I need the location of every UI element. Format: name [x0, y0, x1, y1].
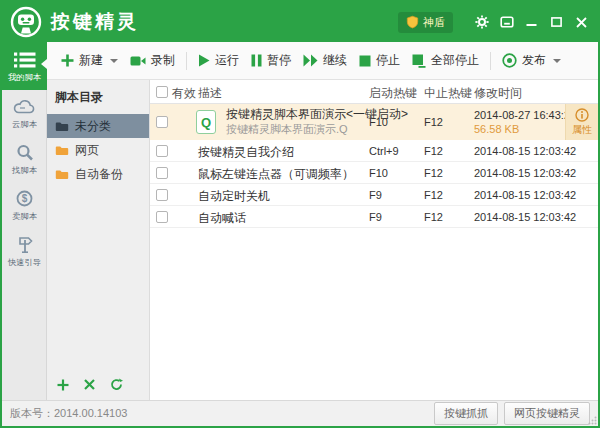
select-all-checkbox[interactable] [156, 86, 168, 98]
info-icon [575, 108, 589, 122]
abort-hotkey: F12 [424, 211, 443, 223]
continue-button-label: 继续 [323, 52, 347, 69]
properties-button[interactable]: 属性 [565, 104, 598, 140]
row-checkbox[interactable] [156, 211, 168, 223]
directory-tools [47, 370, 149, 400]
run-button[interactable]: 运行 [192, 47, 245, 74]
new-button[interactable]: 新建 [55, 47, 124, 74]
table-row[interactable]: 按键精灵自我介绍 Ctrl+9 F12 2014-08-15 12:03:42 [150, 140, 598, 162]
camera-icon [130, 55, 146, 67]
new-button-label: 新建 [79, 52, 103, 69]
table-header: 有效 描述 启动热键 中止热键 修改时间 [150, 80, 598, 104]
start-hotkey: F10 [369, 116, 388, 128]
table-row-selected[interactable]: Q 按键精灵脚本界面演示<一键启动> 按键精灵脚本界面演示.Q F10 F12 … [150, 104, 598, 140]
resize-grip[interactable] [588, 416, 597, 425]
svg-text:$: $ [22, 193, 28, 204]
publish-icon [502, 53, 517, 68]
start-hotkey: F9 [369, 189, 382, 201]
publish-button[interactable]: 发布 [496, 47, 567, 74]
delete-folder-button[interactable] [84, 379, 95, 390]
directory-item-web[interactable]: 网页 [47, 138, 149, 162]
row-checkbox[interactable] [156, 145, 168, 157]
shield-badge-label: 神盾 [423, 15, 445, 30]
sidebar-item-quick-guide[interactable]: 快速引导 [2, 228, 47, 274]
column-header-modified-time: 修改时间 [474, 85, 522, 102]
play-icon [198, 54, 210, 67]
publish-button-label: 发布 [522, 52, 546, 69]
sidebar-item-label: 云脚本 [4, 119, 45, 131]
directory-item-uncategorized[interactable]: 未分类 [47, 114, 149, 138]
stop-all-button[interactable]: 全部停止 [406, 47, 485, 74]
close-button[interactable] [569, 9, 594, 35]
script-directory-panel: 脚本目录 未分类 网页 [47, 80, 150, 400]
main-region: 我的脚本 云脚本 找脚本 [2, 42, 598, 400]
stop-button-label: 停止 [376, 52, 400, 69]
sidebar-item-cloud-scripts[interactable]: 云脚本 [2, 90, 47, 136]
sidebar-item-label: 快速引导 [4, 257, 45, 269]
sidebar-item-my-scripts[interactable]: 我的脚本 [2, 42, 47, 90]
start-hotkey: F9 [369, 211, 382, 223]
script-title: 按键精灵自我介绍 [198, 144, 294, 161]
modified-time: 2014-08-15 12:03:42 [474, 211, 576, 223]
script-title: 自动定时关机 [198, 188, 270, 205]
fast-forward-icon [303, 54, 318, 67]
directory-item-label: 自动备份 [75, 166, 123, 183]
toolbar: 新建 录制 运行 [47, 42, 598, 80]
shield-badge-button[interactable]: 神盾 [398, 12, 453, 33]
pause-button-label: 暂停 [267, 52, 291, 69]
maximize-button[interactable] [544, 9, 569, 35]
sidebar-item-find-scripts[interactable]: 找脚本 [2, 136, 47, 182]
start-hotkey: Ctrl+9 [369, 145, 399, 157]
column-header-description: 描述 [198, 85, 222, 102]
chevron-down-icon [553, 59, 561, 63]
statusbar: 版本号：2014.00.14103 按键抓抓 网页按键精灵 [2, 400, 598, 426]
table-row[interactable]: 自动喊话 F9 F12 2014-08-15 12:03:42 [150, 206, 598, 228]
stop-icon [359, 55, 371, 67]
add-folder-button[interactable] [57, 379, 69, 391]
settings-gear-icon[interactable] [469, 9, 494, 35]
sidebar-item-label: 找脚本 [4, 165, 45, 177]
minimize-button[interactable] [519, 9, 544, 35]
column-header-valid: 有效 [172, 85, 196, 102]
pause-icon [251, 54, 262, 67]
list-icon [2, 50, 47, 69]
folder-icon [55, 145, 69, 156]
titlebar: 按键精灵 神盾 [2, 2, 598, 42]
minimize-to-tray-icon[interactable] [494, 9, 519, 35]
script-title: 自动喊话 [198, 210, 246, 227]
table-row[interactable]: 鼠标左键连点器（可调频率） F10 F12 2014-08-15 12:03:4… [150, 162, 598, 184]
q-file-icon: Q [196, 110, 216, 134]
continue-button[interactable]: 继续 [297, 47, 353, 74]
abort-hotkey: F12 [424, 116, 443, 128]
abort-hotkey: F12 [424, 189, 443, 201]
script-table: 有效 描述 启动热键 中止热键 修改时间 Q 按键精灵脚本界面演示<一键启动> … [150, 80, 598, 400]
table-row[interactable]: 自动定时关机 F9 F12 2014-08-15 12:03:42 [150, 184, 598, 206]
record-button-label: 录制 [151, 52, 175, 69]
directory-item-auto-backup[interactable]: 自动备份 [47, 162, 149, 186]
sidebar-item-sell-scripts[interactable]: $ 卖脚本 [2, 182, 47, 228]
sidebar-item-label: 我的脚本 [4, 72, 45, 84]
modified-time: 2014-08-27 16:43:20 [474, 108, 576, 122]
refresh-button[interactable] [110, 378, 123, 391]
column-header-start-hotkey: 启动热键 [369, 85, 417, 102]
directory-item-label: 网页 [75, 142, 99, 159]
row-checkbox[interactable] [156, 189, 168, 201]
right-column: 新建 录制 运行 [47, 42, 598, 400]
web-quickmacro-button[interactable]: 网页按键精灵 [504, 402, 590, 425]
modified-time: 2014-08-15 12:03:42 [474, 145, 576, 157]
dollar-coin-icon: $ [2, 189, 47, 208]
pause-button[interactable]: 暂停 [245, 47, 297, 74]
row-checkbox[interactable] [156, 167, 168, 179]
toolbar-separator [490, 52, 491, 70]
start-hotkey: F10 [369, 167, 388, 179]
column-header-abort-hotkey: 中止热键 [424, 85, 472, 102]
record-button[interactable]: 录制 [124, 47, 181, 74]
modified-time: 2014-08-15 12:03:42 [474, 189, 576, 201]
app-window: 按键精灵 神盾 [0, 0, 600, 428]
folder-icon [55, 169, 69, 180]
key-capture-button[interactable]: 按键抓抓 [434, 402, 498, 425]
directory-item-label: 未分类 [75, 118, 111, 135]
row-checkbox[interactable] [156, 116, 168, 128]
file-size: 56.58 KB [474, 122, 576, 136]
stop-button[interactable]: 停止 [353, 47, 406, 74]
